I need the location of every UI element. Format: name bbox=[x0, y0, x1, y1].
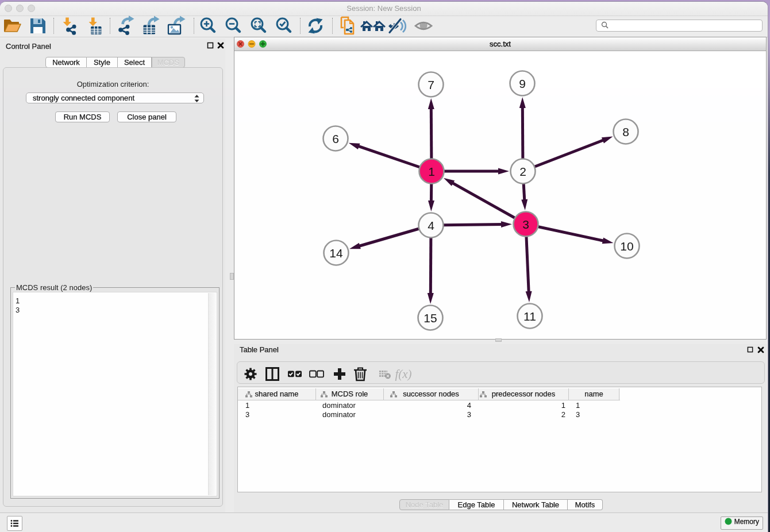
svg-text:14: 14 bbox=[329, 246, 343, 260]
svg-text:1: 1 bbox=[428, 165, 435, 178]
svg-text:7: 7 bbox=[428, 78, 434, 91]
svg-text:9: 9 bbox=[519, 77, 526, 90]
svg-text:10: 10 bbox=[620, 240, 633, 253]
svg-text:4: 4 bbox=[428, 219, 434, 232]
svg-text:6: 6 bbox=[332, 132, 339, 145]
svg-text:15: 15 bbox=[424, 311, 437, 325]
svg-text:f(x): f(x) bbox=[395, 367, 411, 381]
svg-text:8: 8 bbox=[622, 125, 629, 138]
svg-text:2: 2 bbox=[519, 165, 526, 178]
svg-text:11: 11 bbox=[523, 310, 536, 323]
svg-text:3: 3 bbox=[522, 218, 529, 231]
